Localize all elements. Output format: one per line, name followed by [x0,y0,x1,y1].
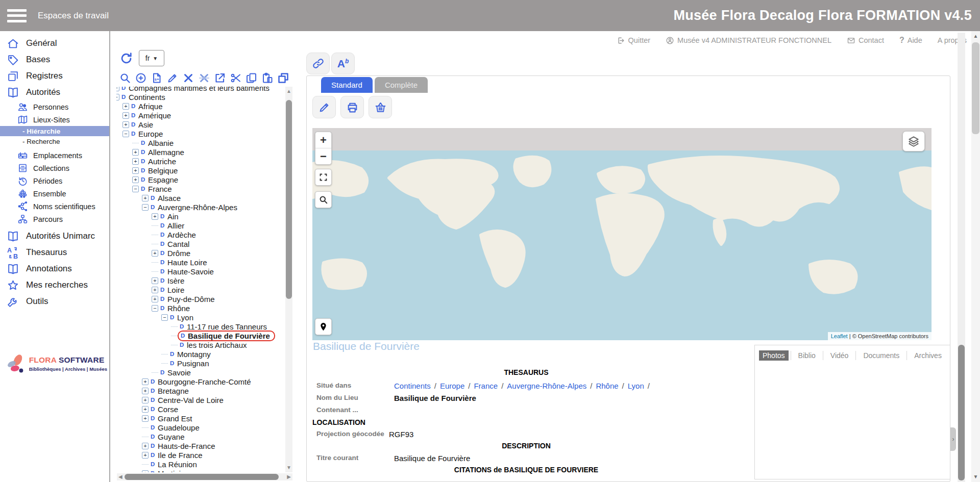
sidebar-item-emplacements[interactable]: Emplacements [0,149,109,162]
tree-toolbar-duplicate-icon[interactable] [277,72,289,84]
sidebar-item-autorit-s[interactable]: Autorités [0,84,109,100]
expand-icon[interactable]: + [142,397,149,403]
tree-node-label[interactable]: Hauts-de-France [158,442,215,450]
sidebar-item-bases[interactable]: Bases [0,52,109,68]
expand-icon[interactable]: + [152,277,158,284]
tree-node-label[interactable]: Autriche [148,157,176,166]
tree-node-label[interactable]: Bourgogne-Franche-Comté [158,377,251,386]
tree-node-label[interactable]: Montagny [177,350,211,359]
breadcrumb-link-lyon[interactable]: Lyon [628,382,644,390]
sidebar-item-lieux-sites[interactable]: Lieux-Sites [0,113,109,126]
expand-icon[interactable]: + [122,103,129,110]
sidebar-item-thesaurus[interactable]: ABThesaurus [0,244,109,261]
tree-node-label[interactable]: Espagne [148,175,178,184]
tree-node-label[interactable]: Savoie [167,368,191,377]
sidebar-item-personnes[interactable]: Personnes [0,100,109,113]
zoom-in-button[interactable]: + [315,132,331,148]
media-tab-biblio[interactable]: Biblio [793,350,821,361]
expand-icon[interactable]: + [142,452,149,459]
expand-icon[interactable]: + [122,121,129,128]
tree-node-label[interactable]: Auvergne-Rhône-Alpes [158,203,237,212]
tree-node-label[interactable]: France [148,185,172,193]
zoom-out-button[interactable]: − [315,148,331,164]
tree-node-label[interactable]: Puy-de-Dôme [167,295,215,303]
tree-toolbar-open-external-icon[interactable] [214,72,226,84]
tree-node-label[interactable]: Cantal [167,240,189,248]
tab-standard[interactable]: Standard [321,77,373,93]
selected-node-highlight[interactable]: DBasilique de Fourvière [178,331,275,341]
media-tab-documents[interactable]: Documents [858,350,904,361]
tree-node-label[interactable]: Afrique [138,102,163,111]
tree-node-label[interactable]: Alsace [158,194,181,202]
expand-icon[interactable]: + [142,195,149,201]
expand-icon[interactable]: + [142,378,149,385]
media-tab-vid-o[interactable]: Vidéo [825,350,854,361]
tree-node-label[interactable]: Compagnies maritimes et leurs bâtiments [129,87,270,92]
tree-node-label[interactable]: Haute Loire [167,258,207,267]
sidebar-item-registres[interactable]: Registres [0,68,109,84]
collapse-icon[interactable]: − [116,87,119,91]
tree-node-label[interactable]: Belgique [148,166,178,175]
tree-horizontal-scrollbar[interactable]: ◀ ▶ [117,473,292,480]
sidebar-item-noms-scientifiques[interactable]: Noms scientifiques [0,200,109,213]
expand-icon[interactable]: + [152,296,158,302]
collapse-icon[interactable]: − [161,314,168,321]
header-link-mus-e-v4-administrateur-fonctionnel[interactable]: Musée v4 ADMINISTRATEUR FONCTIONNEL [666,36,831,45]
sidebar-item-g-n-ral[interactable]: Général [0,35,109,52]
content-vertical-scrollbar[interactable] [958,33,965,482]
expand-icon[interactable]: + [142,470,149,473]
expand-icon[interactable]: + [142,443,149,449]
tree-node-label[interactable]: Centre-Val de Loire [158,396,224,404]
expand-icon[interactable]: + [152,287,158,293]
tree-node-label[interactable]: La Réunion [158,460,197,469]
sidebar-item-autorit-s-unimarc[interactable]: Autorités Unimarc [0,228,109,244]
tree-node-label[interactable]: Amérique [138,111,171,120]
font-size-button[interactable]: Ab [331,53,355,74]
leaflet-link[interactable]: Leaflet [831,333,848,339]
tree-toolbar-delete-disabled-icon[interactable] [198,72,210,84]
tree-vertical-scrollbar[interactable]: ▲ ▼ [285,87,292,472]
tree-node-label[interactable]: Ain [167,212,179,221]
tree-node-label[interactable]: Ardèche [167,231,196,239]
tree-node-label[interactable]: Asie [138,120,153,129]
expand-icon[interactable]: + [132,176,139,183]
tree-node-label[interactable]: 11-17 rue des Tanneurs [187,322,267,331]
sidebar-item-parcours[interactable]: Parcours [0,213,109,225]
tree-node-label[interactable]: Lyon [177,313,193,322]
tree-node-label[interactable]: Loire [167,286,184,294]
expand-icon[interactable]: + [152,250,158,257]
map-layers-button[interactable] [902,131,925,151]
tree-node-label[interactable]: Guyane [158,433,185,441]
tree-node-label[interactable]: Albanie [148,139,174,147]
tab-complete[interactable]: Complète [375,77,428,93]
expand-icon[interactable]: + [152,213,158,220]
expand-icon[interactable]: + [142,415,149,422]
sidebar-item-outils[interactable]: Outils [0,293,109,310]
tree-node-label[interactable]: Allier [167,221,184,230]
tree-node-label[interactable]: Europe [138,130,163,138]
tree-node-label[interactable]: Isère [167,276,184,285]
language-select[interactable]: fr ▼ [139,50,164,66]
sidebar-item-hi-rarchie[interactable]: - Hiérarchie [0,126,109,136]
sidebar-item-recherche[interactable]: - Recherche [0,136,109,146]
expand-icon[interactable]: + [142,406,149,413]
leaflet-map[interactable]: + − [312,128,932,340]
map-marker-button[interactable] [315,318,332,335]
expand-icon[interactable]: + [132,149,139,156]
expand-icon[interactable]: + [132,158,139,165]
tree-node-label[interactable]: Haute-Savoie [167,267,214,276]
refresh-tree-icon[interactable] [119,52,133,65]
tree-toolbar-add-document-icon[interactable]: s+ [151,72,163,84]
panel-slide-handle[interactable]: › [950,427,956,451]
fullscreen-button[interactable] [315,169,332,186]
sidebar-item-mes-recherches[interactable]: Mes recherches [0,277,109,293]
edit-button[interactable] [312,96,336,118]
tree-node-label[interactable]: Corse [158,405,178,414]
media-tab-photos[interactable]: Photos [759,350,789,361]
tree-toolbar-add-record-icon[interactable] [135,72,147,84]
tree-node-label[interactable]: Rhône [167,304,190,313]
header-link-quitter[interactable]: Quitter [617,36,651,45]
tree-toolbar-delete-icon[interactable] [182,72,194,84]
tree-node-label[interactable]: Continents [129,93,165,102]
sidebar-item-collections[interactable]: Collections [0,162,109,174]
